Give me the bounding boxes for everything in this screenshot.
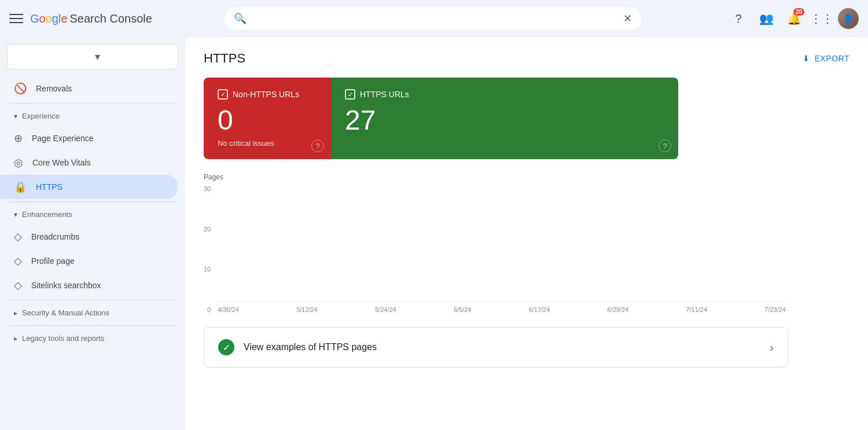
apps-icon: ⋮⋮: [810, 12, 833, 25]
removals-icon: 🚫: [14, 82, 27, 95]
core-web-vitals-icon: ◎: [14, 156, 23, 169]
collapse-icon-4: ▸: [14, 335, 17, 343]
app-header: Google Search Console 🔍 ✕ ? 👥 🔔 20 ⋮⋮ 👤: [0, 0, 868, 37]
chart-x-label-4: 6/17/24: [529, 306, 550, 313]
sitelinks-icon: ◇: [14, 279, 22, 292]
chart-x-label-1: 5/12/24: [296, 306, 318, 313]
collapse-icon-3: ▸: [14, 309, 17, 317]
collapse-icon: ▾: [14, 112, 17, 120]
sidebar-label-profile-page: Profile page: [31, 256, 75, 266]
https-header: ✓ HTTPS URLs: [345, 89, 664, 100]
search-icon: 🔍: [234, 12, 247, 25]
chart-y-10: 10: [204, 266, 211, 273]
chart-container: Pages 30 20 10 0: [204, 173, 788, 322]
chart-x-label-7: 7/23/24: [764, 306, 786, 313]
chevron-right-icon: ›: [770, 341, 774, 354]
sidebar-item-removals[interactable]: 🚫 Removals: [0, 76, 178, 101]
sidebar-label-https: HTTPS: [36, 182, 62, 192]
sidebar-divider-3: [9, 300, 176, 300]
sidebar-section-label-enhancements: Enhancements: [22, 210, 72, 219]
grid-line-10: [215, 301, 788, 302]
status-cards: ✓ Non-HTTPS URLs 0 No critical issues ? …: [204, 78, 678, 159]
examples-link[interactable]: ✓ View examples of HTTPS pages ›: [204, 327, 788, 367]
chart-y-20: 20: [204, 226, 211, 233]
sidebar-section-label-experience: Experience: [22, 112, 60, 120]
help-icon: ?: [735, 12, 741, 25]
non-https-description: No critical issues: [218, 139, 317, 148]
avatar-image: 👤: [838, 8, 859, 29]
account-switch-button[interactable]: 👥: [755, 7, 778, 30]
page-title: HTTPS: [204, 51, 245, 66]
non-https-header: ✓ Non-HTTPS URLs: [218, 89, 317, 100]
https-icon: 🔒: [14, 181, 27, 193]
collapse-icon-2: ▾: [14, 211, 17, 219]
sidebar-divider-2: [9, 201, 176, 202]
search-input[interactable]: [253, 13, 616, 24]
chart-y-0: 0: [204, 307, 211, 313]
chart-grid: [215, 301, 788, 302]
sidebar-item-profile-page[interactable]: ◇ Profile page: [0, 249, 178, 273]
export-button[interactable]: ⬇ EXPORT: [803, 54, 849, 63]
export-icon: ⬇: [803, 54, 810, 63]
account-switch-icon: 👥: [759, 12, 774, 25]
sidebar-section-label-security: Security & Manual Actions: [22, 308, 109, 317]
sidebar-item-sitelinks-searchbox[interactable]: ◇ Sitelinks searchbox: [0, 273, 178, 297]
property-selector[interactable]: ▾: [7, 44, 178, 69]
header-left: Google Search Console: [9, 12, 218, 25]
sidebar-item-breadcrumbs[interactable]: ◇ Breadcrumbs: [0, 225, 178, 249]
chart-area: 30 20 10 0 4/30/24 5/12/24: [204, 186, 788, 313]
chart-y-axis-label: Pages: [204, 173, 788, 181]
profile-page-icon: ◇: [14, 255, 22, 267]
chart-x-label-0: 4/30/24: [218, 306, 239, 313]
search-bar: 🔍 ✕: [225, 8, 641, 30]
checkbox-icon-non-https: ✓: [218, 89, 228, 100]
examples-link-text: View examples of HTTPS pages: [244, 342, 760, 352]
sidebar-label-sitelinks: Sitelinks searchbox: [31, 281, 101, 290]
https-count: 27: [345, 106, 664, 134]
sidebar-item-core-web-vitals[interactable]: ◎ Core Web Vitals: [0, 150, 178, 175]
help-button[interactable]: ?: [727, 7, 750, 30]
help-circle-icon-https[interactable]: ?: [659, 139, 671, 152]
main-layout: ▾ 🚫 Removals ▾ Experience ⊕ Page Experie…: [0, 37, 868, 430]
sidebar-section-security[interactable]: ▸ Security & Manual Actions: [0, 303, 185, 323]
sidebar-section-enhancements[interactable]: ▾ Enhancements: [0, 204, 185, 225]
sidebar-section-legacy[interactable]: ▸ Legacy tools and reports: [0, 328, 185, 348]
notifications-button[interactable]: 🔔 20: [782, 7, 806, 30]
sidebar-label-core-web-vitals: Core Web Vitals: [32, 158, 91, 167]
sidebar-divider-4: [9, 325, 176, 326]
sidebar-item-page-experience[interactable]: ⊕ Page Experience: [0, 126, 178, 150]
user-avatar[interactable]: 👤: [838, 8, 859, 29]
chevron-down-icon: ▾: [95, 50, 171, 63]
chart-y-30: 30: [204, 186, 211, 192]
sidebar-label-breadcrumbs: Breadcrumbs: [31, 232, 79, 241]
sidebar-item-https[interactable]: 🔒 HTTPS: [0, 175, 178, 199]
non-https-label: Non-HTTPS URLs: [233, 90, 299, 99]
chart-x-label-3: 6/5/24: [454, 306, 472, 313]
non-https-card: ✓ Non-HTTPS URLs 0 No critical issues ?: [204, 78, 331, 159]
sidebar-section-label-legacy: Legacy tools and reports: [22, 334, 104, 343]
app-logo: Google Search Console: [30, 12, 152, 25]
apps-button[interactable]: ⋮⋮: [810, 7, 833, 30]
sidebar-divider-1: [9, 103, 176, 104]
hamburger-menu[interactable]: [9, 12, 23, 25]
chart-x-label-6: 7/11/24: [686, 306, 707, 313]
app-name-text: Search Console: [70, 12, 152, 25]
header-icons: ? 👥 🔔 20 ⋮⋮ 👤: [727, 7, 859, 30]
sidebar-section-experience[interactable]: ▾ Experience: [0, 106, 185, 126]
export-label: EXPORT: [815, 54, 849, 63]
sidebar-label-page-experience: Page Experience: [32, 134, 94, 143]
sidebar: ▾ 🚫 Removals ▾ Experience ⊕ Page Experie…: [0, 37, 185, 430]
chart-bars-wrapper: 4/30/24 5/12/24 5/24/24 6/5/24 6/17/24 6…: [215, 301, 788, 313]
main-content: HTTPS ⬇ EXPORT ✓ Non-HTTPS URLs 0 No cri…: [185, 37, 868, 430]
https-card: ✓ HTTPS URLs 27 ?: [331, 78, 678, 159]
green-check-icon: ✓: [218, 339, 234, 355]
notification-badge: 20: [793, 8, 804, 16]
breadcrumbs-icon: ◇: [14, 230, 22, 243]
https-label: HTTPS URLs: [360, 90, 409, 99]
page-experience-icon: ⊕: [14, 132, 23, 145]
help-circle-icon-non-https[interactable]: ?: [311, 139, 324, 152]
page-header: HTTPS ⬇ EXPORT: [204, 51, 849, 66]
sidebar-label-removals: Removals: [36, 84, 72, 93]
clear-icon[interactable]: ✕: [623, 12, 632, 25]
chart-x-label-2: 5/24/24: [375, 306, 396, 313]
